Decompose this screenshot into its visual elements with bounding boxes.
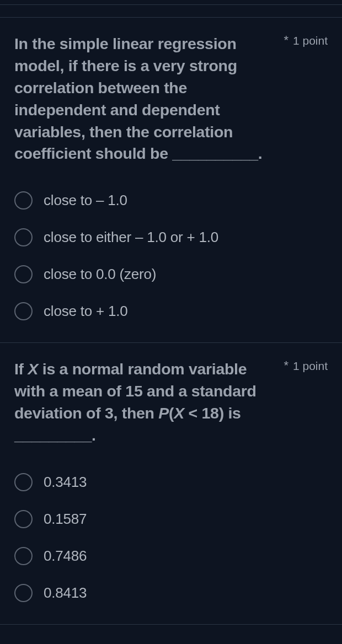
- question-text: In the simple linear regression model, i…: [14, 33, 277, 165]
- option-label: close to 0.0 (zero): [44, 266, 156, 283]
- radio-option[interactable]: 0.1587: [14, 510, 328, 528]
- option-label: close to either – 1.0 or + 1.0: [44, 229, 218, 246]
- option-label: close to + 1.0: [44, 303, 128, 320]
- question-text: If X is a normal random variable with a …: [14, 358, 277, 447]
- radio-option[interactable]: close to 0.0 (zero): [14, 265, 328, 283]
- radio-option[interactable]: 0.3413: [14, 473, 328, 491]
- option-label: 0.7486: [44, 548, 87, 565]
- radio-circle-icon: [14, 228, 33, 246]
- divider: [0, 4, 342, 5]
- radio-option[interactable]: close to either – 1.0 or + 1.0: [14, 228, 328, 246]
- question-header: If X is a normal random variable with a …: [14, 358, 328, 447]
- required-star-icon: *: [284, 34, 288, 46]
- question-card-1: In the simple linear regression model, i…: [0, 17, 342, 343]
- radio-option[interactable]: close to + 1.0: [14, 302, 328, 320]
- radio-circle-icon: [14, 265, 33, 283]
- radio-circle-icon: [14, 302, 33, 320]
- required-star-icon: *: [284, 359, 288, 372]
- points-wrap: * 1 point: [284, 359, 328, 373]
- radio-option[interactable]: 0.8413: [14, 584, 328, 602]
- radio-circle-icon: [14, 191, 33, 210]
- radio-option[interactable]: close to – 1.0: [14, 191, 328, 210]
- options-list: close to – 1.0 close to either – 1.0 or …: [14, 191, 328, 320]
- radio-option[interactable]: 0.7486: [14, 547, 328, 565]
- option-label: 0.1587: [44, 511, 87, 528]
- radio-circle-icon: [14, 547, 33, 565]
- points-wrap: * 1 point: [284, 34, 328, 47]
- radio-circle-icon: [14, 473, 33, 491]
- options-list: 0.3413 0.1587 0.7486 0.8413: [14, 473, 328, 602]
- question-card-2: If X is a normal random variable with a …: [0, 343, 342, 625]
- option-label: 0.3413: [44, 474, 87, 491]
- points-label: 1 point: [293, 34, 328, 47]
- question-header: In the simple linear regression model, i…: [14, 33, 328, 165]
- points-label: 1 point: [293, 359, 328, 373]
- radio-circle-icon: [14, 510, 33, 528]
- option-label: 0.8413: [44, 584, 87, 602]
- radio-circle-icon: [14, 584, 33, 602]
- option-label: close to – 1.0: [44, 192, 127, 209]
